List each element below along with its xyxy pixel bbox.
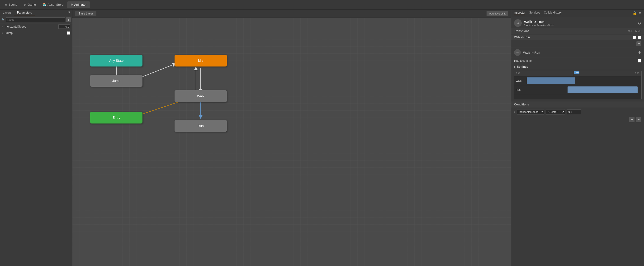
detail-settings-button[interactable]: ⚙ xyxy=(638,50,641,54)
right-panel: Inspector Services Collab History 🔒 ⚙ ⇒ … xyxy=(511,10,644,266)
track-row-walk: Walk xyxy=(514,76,642,85)
game-icon: ▷ xyxy=(24,3,26,6)
param-row-horizontal-speed: ≡ horizontalSpeed xyxy=(0,23,72,30)
drag-handle-icon: ≡ xyxy=(2,26,3,28)
add-parameter-button[interactable]: + xyxy=(66,17,71,22)
transition-detail-name: Walk -> Run xyxy=(523,51,636,54)
mute-checkbox[interactable] xyxy=(638,36,641,39)
inspector-controls: 🔒 ⚙ xyxy=(632,11,642,15)
conditions-label: Conditions xyxy=(514,103,529,106)
drag-handle-jump-icon: ≡ xyxy=(2,32,3,34)
inspector-header: Inspector Services Collab History 🔒 ⚙ xyxy=(511,10,644,17)
has-exit-time-checkbox[interactable] xyxy=(638,59,641,62)
param-checkbox-jump[interactable] xyxy=(67,31,70,35)
walk-label: Walk xyxy=(197,94,204,98)
transition-title-row: ⇒ Walk -> Run 1 AnimatorTransitionBase ⚙ xyxy=(511,17,644,28)
settings-row: ▶ Settings xyxy=(511,64,644,70)
add-condition-button[interactable]: + xyxy=(629,117,634,122)
tab-game[interactable]: ▷ Game xyxy=(21,2,39,8)
tab-layers[interactable]: Layers xyxy=(0,10,14,16)
condition-value-input[interactable] xyxy=(567,110,581,114)
ruler-marker-0: 0:00 xyxy=(516,72,520,74)
track-label-walk: Walk xyxy=(516,79,522,82)
animator-canvas[interactable]: Any State Idle Jump Entry Walk Run xyxy=(72,18,511,266)
search-icon: 🔍 xyxy=(2,18,5,22)
transition-item-walk-run[interactable]: Walk -> Run xyxy=(511,34,644,40)
eye-icon[interactable]: 👁 xyxy=(66,10,72,16)
remove-condition-button[interactable]: − xyxy=(636,117,641,122)
remove-transition-button[interactable]: − xyxy=(636,41,641,46)
timeline-ruler: 0:00 1:00 2:00 1:00 xyxy=(514,71,642,76)
tab-animator[interactable]: ⚙ Animator xyxy=(67,2,90,8)
main-layout: Layers Parameters 👁 🔍 + ≡ horizontalSpee… xyxy=(0,10,644,266)
store-icon: 🏪 xyxy=(43,3,46,6)
timeline-container[interactable]: 0:00 1:00 2:00 1:00 Walk Run xyxy=(514,71,642,99)
state-walk[interactable]: Walk xyxy=(174,90,227,102)
state-jump[interactable]: Jump xyxy=(90,75,142,87)
state-idle[interactable]: Idle xyxy=(174,54,227,66)
transition-title-block: Walk -> Run 1 AnimatorTransitionBase xyxy=(524,20,636,26)
condition-row-0: ≡ horizontalSpeed Greater Less Equals No… xyxy=(511,108,644,116)
settings-expand-icon[interactable]: ▶ xyxy=(514,65,516,68)
state-any-state[interactable]: Any State xyxy=(90,54,142,66)
transition-detail-row: ⇒ Walk -> Run ⚙ xyxy=(511,47,644,58)
center-panel: Base Layer Auto Live Link xyxy=(72,10,511,266)
any-state-label: Any State xyxy=(109,59,124,62)
top-bar: ⊞ Scene ▷ Game 🏪 Asset Store ⚙ Animator xyxy=(0,0,644,10)
tab-asset-store[interactable]: 🏪 Asset Store xyxy=(40,2,67,8)
tab-inspector[interactable]: Inspector xyxy=(514,11,525,15)
lock-icon-button[interactable]: 🔒 xyxy=(632,11,637,15)
timeline-playhead[interactable]: 1:00 xyxy=(574,71,574,76)
scene-icon: ⊞ xyxy=(5,3,7,6)
inspector-tabs: Inspector Services Collab History xyxy=(514,11,562,15)
add-remove-conditions-row: + − xyxy=(511,116,644,123)
transitions-col-labels: Solo Mute xyxy=(628,30,642,32)
idle-label: Idle xyxy=(198,59,204,62)
param-value-horizontal-speed[interactable] xyxy=(58,24,70,29)
tab-scene[interactable]: ⊞ Scene xyxy=(2,2,21,8)
param-row-jump: ≡ Jump xyxy=(0,30,72,36)
conditions-header: Conditions xyxy=(511,101,644,108)
panel-tabs: Layers Parameters 👁 xyxy=(0,10,72,16)
param-name-jump: Jump xyxy=(6,31,66,35)
solo-label: Solo xyxy=(628,30,634,32)
panel-search: 🔍 + xyxy=(0,16,72,23)
transition-settings-button[interactable]: ⚙ xyxy=(638,21,641,26)
track-label-run: Run xyxy=(516,88,520,91)
conditions-section: Conditions ≡ horizontalSpeed Greater Les… xyxy=(511,100,644,124)
transitions-label: Transitions xyxy=(514,30,529,33)
ruler-marker-2: 2:00 xyxy=(635,72,639,74)
mute-label: Mute xyxy=(636,30,641,32)
condition-drag-icon: ≡ xyxy=(514,111,515,113)
settings-top-button[interactable]: ⚙ xyxy=(638,11,642,15)
state-entry[interactable]: Entry xyxy=(90,112,142,124)
jump-label: Jump xyxy=(112,79,120,83)
animator-header: Base Layer Auto Live Link xyxy=(72,10,511,18)
param-name-horizontal-speed: horizontalSpeed xyxy=(6,25,57,28)
timeline-tracks: Walk Run xyxy=(514,76,642,99)
track-bar-run[interactable] xyxy=(568,86,638,93)
state-run[interactable]: Run xyxy=(174,120,227,132)
base-layer-tab[interactable]: Base Layer xyxy=(75,11,96,16)
solo-checkbox[interactable] xyxy=(632,36,636,39)
tab-parameters[interactable]: Parameters xyxy=(14,10,35,16)
minus-row: − xyxy=(511,40,644,47)
tab-collab-history[interactable]: Collab History xyxy=(544,11,562,15)
track-bar-walk[interactable] xyxy=(527,78,575,84)
auto-live-link-button[interactable]: Auto Live Link xyxy=(486,11,508,16)
entry-label: Entry xyxy=(112,116,120,120)
playhead-label: 1:00 xyxy=(574,71,580,74)
transition-item-name: Walk -> Run xyxy=(514,36,631,39)
left-panel: Layers Parameters 👁 🔍 + ≡ horizontalSpee… xyxy=(0,10,72,266)
settings-label: Settings xyxy=(517,65,528,68)
transition-icon: ⇒ xyxy=(514,19,522,27)
transition-subtitle: 1 AnimatorTransitionBase xyxy=(524,24,636,26)
transition-detail-icon: ⇒ xyxy=(514,49,521,56)
condition-parameter-select[interactable]: horizontalSpeed xyxy=(517,109,544,114)
animator-icon: ⚙ xyxy=(70,3,73,6)
transition-name: Walk -> Run xyxy=(524,20,636,24)
tab-services[interactable]: Services xyxy=(529,11,540,15)
condition-operator-select[interactable]: Greater Less Equals NotEqual xyxy=(546,109,565,114)
search-input[interactable] xyxy=(6,17,65,22)
transitions-section-header: Transitions Solo Mute xyxy=(511,28,644,34)
